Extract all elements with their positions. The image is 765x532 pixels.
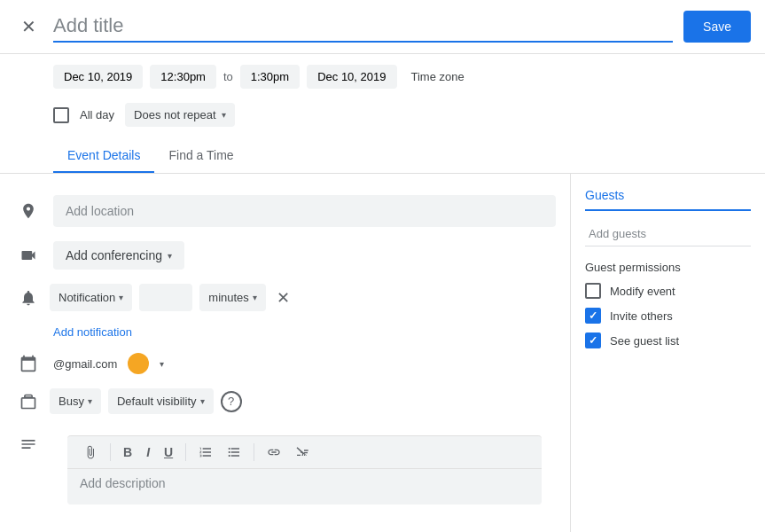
tab-event-details[interactable]: Event Details [53, 137, 154, 173]
date-row: Dec 10, 2019 12:30pm to 1:30pm Dec 10, 2… [0, 54, 765, 99]
busy-label: Busy [59, 395, 84, 408]
link-button[interactable] [262, 442, 286, 463]
notification-row: Notification ▾ 30 minutes ▾ ✕ [0, 277, 570, 318]
conferencing-button[interactable]: Add conferencing ▾ [53, 241, 184, 270]
allday-row: All day Does not repeat ▾ [0, 99, 765, 137]
permission-invite-others: Invite others [585, 308, 751, 324]
underline-button[interactable]: U [159, 442, 178, 463]
invite-others-label: Invite others [610, 309, 673, 323]
notification-unit-label: minutes [208, 291, 249, 304]
remove-format-button[interactable] [290, 442, 315, 463]
add-guests-input[interactable] [585, 222, 751, 246]
notification-type-label: Notification [59, 291, 115, 304]
unit-chevron-icon: ▾ [253, 293, 257, 302]
video-icon [14, 246, 43, 264]
visibility-dropdown[interactable]: Default visibility ▾ [108, 388, 214, 414]
see-guest-list-label: See guest list [610, 334, 679, 348]
allday-checkbox[interactable] [53, 107, 69, 123]
allday-label: All day [80, 108, 114, 121]
calendar-icon [14, 355, 43, 372]
repeat-dropdown[interactable]: Does not repeat ▾ [125, 103, 235, 127]
conferencing-label: Add conferencing [66, 248, 162, 262]
start-date-button[interactable]: Dec 10, 2019 [53, 65, 143, 89]
calendar-row: @gmail.com ▾ [0, 346, 570, 381]
add-notification-button[interactable]: Add notification [0, 318, 146, 346]
bold-button[interactable]: B [118, 442, 137, 463]
clear-icon: ✕ [277, 289, 290, 307]
start-time-button[interactable]: 12:30pm [150, 65, 216, 89]
close-button[interactable]: ✕ [14, 12, 43, 41]
visibility-label: Default visibility [117, 395, 197, 408]
ordered-list-button[interactable] [193, 442, 218, 463]
location-icon [14, 202, 43, 220]
busy-dropdown[interactable]: Busy ▾ [50, 388, 101, 414]
toolbar-divider-2 [185, 443, 186, 461]
bell-icon [14, 289, 43, 307]
unordered-list-button[interactable] [222, 442, 246, 463]
modify-event-checkbox[interactable] [585, 283, 601, 299]
end-time-button[interactable]: 1:30pm [240, 65, 300, 89]
text-toolbar: B I U [67, 435, 542, 469]
busy-chevron-icon: ▾ [88, 396, 92, 406]
notification-type-dropdown[interactable]: Notification ▾ [50, 284, 132, 311]
to-separator: to [223, 70, 233, 83]
event-details-panel: Add conferencing ▾ Notification ▾ 30 min… [0, 174, 570, 532]
description-icon [14, 435, 43, 453]
notification-value-input[interactable]: 30 [139, 284, 192, 311]
calendar-color-chevron-icon: ▾ [160, 359, 164, 369]
permission-see-guest-list: See guest list [585, 332, 751, 348]
top-bar: ✕ Save [0, 0, 765, 54]
italic-button[interactable]: I [141, 442, 155, 463]
calendar-color-picker[interactable] [128, 353, 149, 374]
conferencing-chevron-icon: ▾ [168, 251, 172, 261]
timezone-button[interactable]: Time zone [404, 65, 472, 89]
status-row: Busy ▾ Default visibility ▾ ? [0, 381, 570, 421]
description-area[interactable]: Add description [67, 469, 542, 505]
notif-chevron-icon: ▾ [119, 293, 123, 302]
guests-panel: Guests Guest permissions Modify event In… [570, 174, 765, 532]
visibility-chevron-icon: ▾ [200, 396, 205, 406]
title-input[interactable] [53, 11, 673, 43]
calendar-email: @gmail.com [53, 357, 117, 371]
description-editor: B I U [53, 428, 556, 505]
toolbar-divider-1 [110, 443, 111, 461]
see-guest-list-checkbox[interactable] [585, 332, 601, 348]
main-layout: Add conferencing ▾ Notification ▾ 30 min… [0, 174, 765, 532]
invite-others-checkbox[interactable] [585, 308, 601, 324]
help-icon[interactable]: ? [221, 391, 242, 412]
description-section: B I U [0, 421, 570, 505]
guests-title: Guests [585, 188, 751, 211]
save-button[interactable]: Save [683, 11, 751, 43]
end-date-button[interactable]: Dec 10, 2019 [307, 65, 396, 89]
briefcase-icon [14, 393, 43, 411]
close-icon: ✕ [21, 16, 36, 37]
notification-unit-dropdown[interactable]: minutes ▾ [199, 284, 266, 311]
attachment-button[interactable] [78, 442, 103, 463]
clear-notification-button[interactable]: ✕ [273, 285, 293, 311]
toolbar-divider-3 [254, 443, 254, 461]
conferencing-row: Add conferencing ▾ [0, 234, 570, 277]
repeat-label: Does not repeat [134, 108, 216, 121]
permissions-title: Guest permissions [585, 261, 751, 274]
tabs-row: Event Details Find a Time [0, 137, 765, 174]
location-row [0, 188, 570, 234]
modify-event-label: Modify event [610, 285, 675, 298]
location-input[interactable] [53, 195, 556, 227]
repeat-chevron-icon: ▾ [222, 110, 226, 120]
permission-modify-event: Modify event [585, 283, 751, 299]
tab-find-time[interactable]: Find a Time [154, 137, 247, 173]
